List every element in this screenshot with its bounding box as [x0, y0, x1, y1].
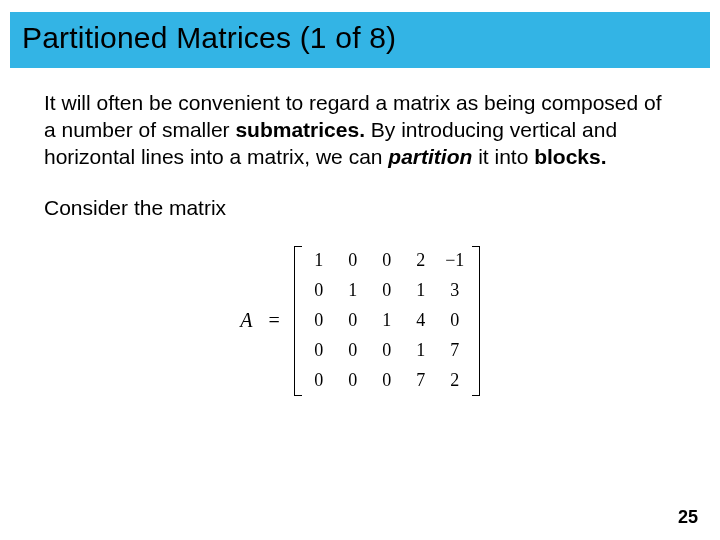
matrix-row: 0 0 0 7 2: [302, 366, 472, 396]
matrix-cell: 2: [438, 366, 472, 396]
matrix-cell: 0: [438, 306, 472, 336]
matrix-cell: 2: [404, 246, 438, 276]
matrix-bracket: 1 0 0 2 −1 0 1 0 1 3 0 0: [294, 246, 480, 396]
slide: Partitioned Matrices (1 of 8) It will of…: [0, 0, 720, 540]
matrix-cell: 0: [370, 336, 404, 366]
matrix-cell: −1: [438, 246, 472, 276]
matrix-cell: 0: [302, 276, 336, 306]
matrix-cell: 1: [370, 306, 404, 336]
matrix-row: 0 0 1 4 0: [302, 306, 472, 336]
page-number: 25: [678, 507, 698, 528]
title-bar: Partitioned Matrices (1 of 8): [10, 12, 710, 68]
equals-sign: =: [264, 308, 283, 334]
bracket-right: [472, 246, 480, 396]
matrix-cell: 7: [404, 366, 438, 396]
matrix-cell: 1: [404, 276, 438, 306]
matrix-cell: 4: [404, 306, 438, 336]
matrix-cell: 1: [404, 336, 438, 366]
matrix-cell: 0: [370, 276, 404, 306]
matrix-row: 0 0 0 1 7: [302, 336, 472, 366]
p1-submatrices: submatrices.: [235, 118, 365, 141]
matrix-cell: 7: [438, 336, 472, 366]
paragraph-2: Consider the matrix: [44, 195, 676, 222]
matrix-equation: A = 1 0 0 2 −1 0 1 0 1: [44, 246, 676, 396]
matrix-cell: 0: [370, 246, 404, 276]
matrix-cell: 0: [336, 246, 370, 276]
matrix-row: 1 0 0 2 −1: [302, 246, 472, 276]
matrix-cell: 1: [302, 246, 336, 276]
p1-seg-e: it into: [472, 145, 534, 168]
matrix-cell: 0: [370, 366, 404, 396]
matrix-cell: 0: [336, 306, 370, 336]
bracket-left: [294, 246, 302, 396]
slide-title: Partitioned Matrices (1 of 8): [22, 21, 396, 55]
paragraph-1: It will often be convenient to regard a …: [44, 90, 676, 171]
p1-blocks: blocks.: [534, 145, 606, 168]
matrix-cell: 0: [336, 366, 370, 396]
matrix-cell: 0: [336, 336, 370, 366]
matrix-cell: 3: [438, 276, 472, 306]
p1-partition: partition: [388, 145, 472, 168]
matrix-cell: 0: [302, 336, 336, 366]
matrix-cell: 0: [302, 366, 336, 396]
matrix-table: 1 0 0 2 −1 0 1 0 1 3 0 0: [302, 246, 472, 396]
matrix-cell: 1: [336, 276, 370, 306]
body-text: It will often be convenient to regard a …: [0, 68, 720, 396]
matrix-row: 0 1 0 1 3: [302, 276, 472, 306]
matrix-cell: 0: [302, 306, 336, 336]
matrix-label: A: [240, 308, 254, 334]
